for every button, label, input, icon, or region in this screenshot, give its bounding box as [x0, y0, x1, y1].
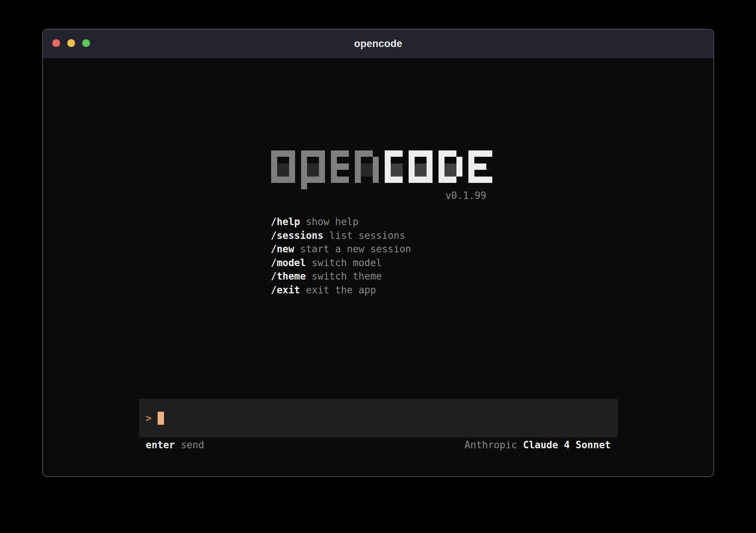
logo-letter-c	[385, 150, 403, 183]
command-description: exit the app	[306, 284, 376, 296]
prompt-input[interactable]: >	[139, 399, 618, 437]
command-list: /helpshow help/sessionslist sessions/new…	[271, 215, 411, 297]
send-hint: entersend	[146, 439, 204, 451]
model-label: Claude 4 Sonnet	[523, 439, 611, 451]
command-item: /exitexit the app	[271, 283, 411, 297]
command-name: /model	[271, 257, 306, 268]
model-indicator: AnthropicClaude 4 Sonnet	[465, 439, 611, 451]
command-description: switch theme	[312, 271, 382, 282]
minimize-button[interactable]	[67, 39, 75, 47]
command-name: /new	[271, 243, 294, 255]
command-name: /theme	[271, 271, 306, 282]
command-description: start a new session	[300, 243, 411, 255]
logo-letter-o	[409, 150, 433, 183]
logo-letter-e	[468, 150, 492, 183]
traffic-lights	[52, 39, 90, 47]
command-name: /help	[271, 216, 300, 227]
prompt-symbol: >	[146, 412, 152, 425]
command-name: /exit	[271, 284, 300, 296]
logo-letter-o	[271, 150, 295, 183]
status-bar: entersend AnthropicClaude 4 Sonnet	[139, 439, 618, 451]
command-name: /sessions	[271, 230, 323, 241]
text-cursor	[158, 412, 164, 425]
app-window: opencode v0.1.99 /helpshow help/sessions…	[42, 29, 714, 477]
logo-letter-p	[301, 150, 325, 189]
key-action: send	[181, 439, 204, 451]
provider-label: Anthropic	[465, 439, 517, 451]
opencode-logo	[271, 150, 492, 189]
version-label: v0.1.99	[271, 191, 486, 200]
command-description: show help	[306, 216, 359, 227]
logo-letter-n	[355, 150, 379, 183]
command-item: /helpshow help	[271, 215, 411, 229]
command-item: /modelswitch model	[271, 256, 411, 270]
zoom-button[interactable]	[82, 39, 90, 47]
command-item: /sessionslist sessions	[271, 229, 411, 243]
window-title: opencode	[354, 38, 402, 50]
logo-letter-e	[331, 150, 349, 183]
command-description: switch model	[312, 257, 382, 268]
title-bar: opencode	[43, 29, 713, 58]
command-item: /newstart a new session	[271, 242, 411, 256]
command-description: list sessions	[329, 230, 406, 241]
close-button[interactable]	[52, 39, 60, 47]
key-hint: enter	[146, 439, 175, 451]
command-item: /themeswitch theme	[271, 269, 411, 283]
logo-letter-d	[439, 150, 462, 183]
